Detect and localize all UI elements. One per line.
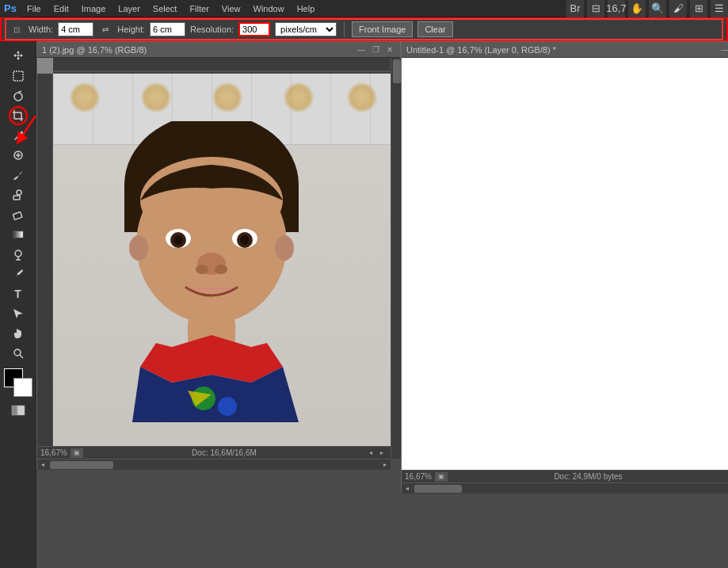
healing-brush-tool[interactable] [9, 146, 28, 165]
swap-icon[interactable]: ⇄ [98, 22, 112, 36]
resolution-input[interactable] [238, 22, 270, 36]
menu-bar: Ps File Edit Image Layer Select Filter V… [0, 0, 728, 17]
photo-scrollbar-horizontal[interactable]: ◂ ▸ [37, 459, 391, 470]
zoom-field[interactable]: 16,7 [608, 0, 625, 17]
photo-footer: 16,67% ▣ Doc: 16,6M/16,6M ◂ ▸ [37, 446, 391, 459]
menu-select[interactable]: Select [147, 0, 184, 17]
device-icon[interactable]: ⊟ [587, 0, 604, 17]
svg-rect-13 [13, 212, 22, 219]
svg-rect-12 [13, 196, 20, 200]
untitled-scroll-left[interactable]: ◂ [402, 483, 413, 494]
path-selection-tool[interactable] [9, 304, 28, 323]
layout-icon[interactable]: ⊞ [690, 0, 707, 17]
resolution-label: Resolution: [190, 25, 234, 34]
width-input[interactable] [58, 22, 93, 36]
untitled-canvas [402, 58, 728, 482]
eyedropper-tool[interactable] [9, 126, 28, 145]
untitled-scrollbar-horizontal-thumb[interactable] [414, 485, 462, 493]
untitled-window-controls: — ❐ ✕ [719, 44, 728, 55]
photo-canvas [37, 58, 391, 459]
main-area: T 1 (2).jpg @ 16,7% (RGB/8) — ❐ [0, 41, 728, 568]
untitled-doc-info: Doc: 24,9M/0 bytes [448, 472, 728, 481]
svg-point-37 [215, 265, 227, 274]
untitled-scrollbar-horizontal[interactable]: ◂ ▸ [402, 482, 728, 494]
svg-line-19 [20, 355, 23, 358]
options-bar: ⊡ Width: ⇄ Height: Resolution: pixels/cm… [0, 17, 728, 41]
menu-help[interactable]: Help [291, 0, 322, 17]
right-icons: Br ⊟ 16,7 ✋ 🔍 🖌 ⊞ ☰ [566, 0, 728, 17]
untitled-window-title: Untitled-1 @ 16,7% (Layer 0, RGB/8) * [406, 45, 556, 55]
menu-file[interactable]: File [21, 0, 48, 17]
separator [344, 21, 345, 37]
width-label: Width: [29, 25, 53, 34]
front-image-button[interactable]: Front Image [352, 21, 413, 37]
photo-scroll-left[interactable]: ◂ [37, 459, 48, 471]
untitled-zoom-icon: ▣ [435, 472, 448, 482]
photo-scroll-right[interactable]: ▸ [379, 459, 391, 471]
move-tool[interactable] [9, 47, 28, 66]
bridge-icon[interactable]: Br [566, 0, 584, 17]
photo-nav-right[interactable]: ▸ [376, 448, 387, 459]
untitled-window-titlebar: Untitled-1 @ 16,7% (Layer 0, RGB/8) * — … [402, 42, 728, 58]
clear-button[interactable]: Clear [417, 21, 452, 37]
color-swatches[interactable] [4, 368, 32, 397]
brush-icon[interactable]: 🖌 [669, 0, 687, 17]
menu-window[interactable]: Window [247, 0, 291, 17]
menu-edit[interactable]: Edit [48, 0, 75, 17]
content-area: 1 (2).jpg @ 16,7% (RGB/8) — ❐ ✕ [36, 41, 728, 568]
svg-rect-14 [13, 231, 23, 238]
photo-scrollbar-horizontal-thumb[interactable] [50, 461, 113, 469]
zoom-info-icon: ▣ [71, 448, 83, 458]
height-input[interactable] [150, 22, 185, 36]
child-photo-svg [93, 121, 330, 422]
svg-rect-2 [13, 71, 23, 81]
photo-window-title: 1 (2).jpg @ 16,7% (RGB/8) [42, 45, 147, 55]
photo-scrollbar-vertical[interactable] [391, 58, 402, 459]
workspace-icon[interactable]: ☰ [711, 0, 728, 17]
photo-scrollbar-vertical-thumb[interactable] [393, 59, 401, 83]
quick-mask-mode[interactable] [9, 401, 28, 420]
text-tool[interactable]: T [9, 284, 28, 303]
ruler-vertical [37, 74, 53, 459]
svg-point-3 [14, 93, 22, 101]
menu-filter[interactable]: Filter [183, 0, 215, 17]
photo-window: 1 (2).jpg @ 16,7% (RGB/8) — ❐ ✕ [36, 41, 401, 469]
svg-point-18 [14, 349, 21, 356]
dodge-tool[interactable] [9, 245, 28, 264]
hand-tool[interactable] [9, 324, 28, 343]
unit-dropdown[interactable]: pixels/cm pixels/inch [275, 22, 337, 36]
hand-tool-icon[interactable]: ✋ [628, 0, 646, 17]
photo-zoom-display: 16,67% [40, 448, 67, 457]
menu-image[interactable]: Image [75, 0, 112, 17]
menu-layer[interactable]: Layer [112, 0, 147, 17]
background-color[interactable] [13, 378, 32, 397]
photo-window-controls: — ❐ ✕ [356, 44, 395, 55]
menu-items: File Edit Image Layer Select Filter View… [21, 0, 321, 17]
rectangular-marquee-tool[interactable] [9, 67, 28, 86]
photo-maximize-button[interactable]: ❐ [370, 44, 381, 55]
eraser-tool[interactable] [9, 205, 28, 224]
menu-view[interactable]: View [215, 0, 247, 17]
svg-point-40 [218, 397, 237, 416]
crop-tool-icon: ⊡ [10, 22, 24, 36]
left-toolbar: T [0, 41, 36, 568]
photo-window-titlebar: 1 (2).jpg @ 16,7% (RGB/8) — ❐ ✕ [37, 42, 400, 58]
crop-tool[interactable] [9, 106, 28, 125]
photo-close-button[interactable]: ✕ [384, 44, 395, 55]
photo-minimize-button[interactable]: — [356, 44, 367, 55]
clone-stamp-tool[interactable] [9, 185, 28, 204]
svg-point-11 [17, 190, 21, 195]
pen-tool[interactable] [9, 265, 28, 284]
zoom-tool[interactable] [9, 344, 28, 363]
brush-tool[interactable] [9, 166, 28, 185]
svg-point-27 [129, 235, 148, 261]
app-logo: Ps [0, 0, 21, 17]
untitled-window: Untitled-1 @ 16,7% (Layer 0, RGB/8) * — … [401, 41, 728, 493]
lasso-tool[interactable] [9, 86, 28, 105]
photo-content [53, 74, 391, 459]
untitled-minimize-button[interactable]: — [719, 44, 728, 55]
zoom-icon[interactable]: 🔍 [649, 0, 666, 17]
photo-nav-left[interactable]: ◂ [365, 448, 376, 459]
svg-point-15 [15, 250, 21, 257]
gradient-tool[interactable] [9, 225, 28, 244]
